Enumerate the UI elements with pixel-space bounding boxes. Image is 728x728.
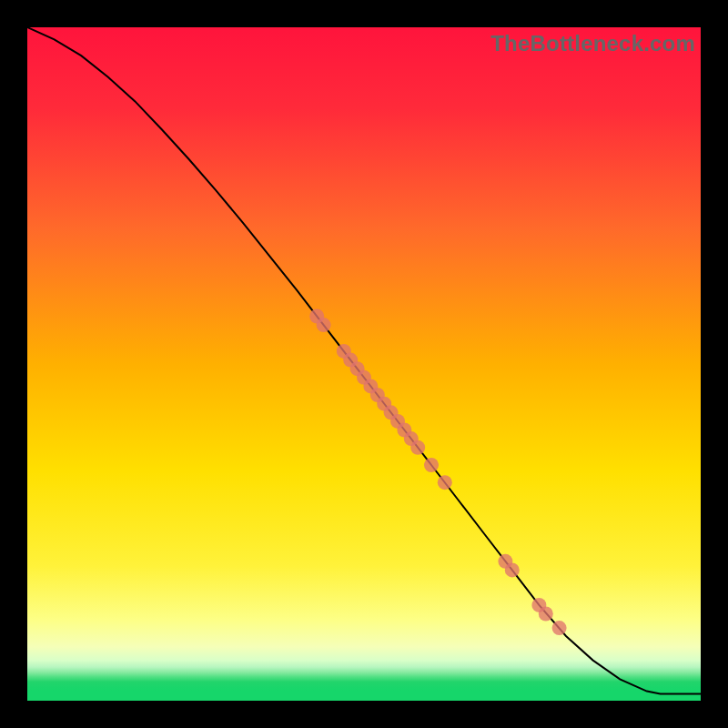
data-point <box>410 440 425 455</box>
chart-stage: { "watermark": "TheBottleneck.com", "col… <box>0 0 728 728</box>
data-point <box>505 562 520 577</box>
data-point <box>317 318 331 332</box>
curve-layer <box>27 27 701 701</box>
data-point <box>438 475 452 490</box>
data-point <box>424 458 439 472</box>
data-point <box>552 621 567 635</box>
data-point <box>539 607 553 622</box>
marker-group <box>309 309 566 636</box>
performance-curve <box>27 27 701 694</box>
plot-area: TheBottleneck.com <box>27 27 701 701</box>
